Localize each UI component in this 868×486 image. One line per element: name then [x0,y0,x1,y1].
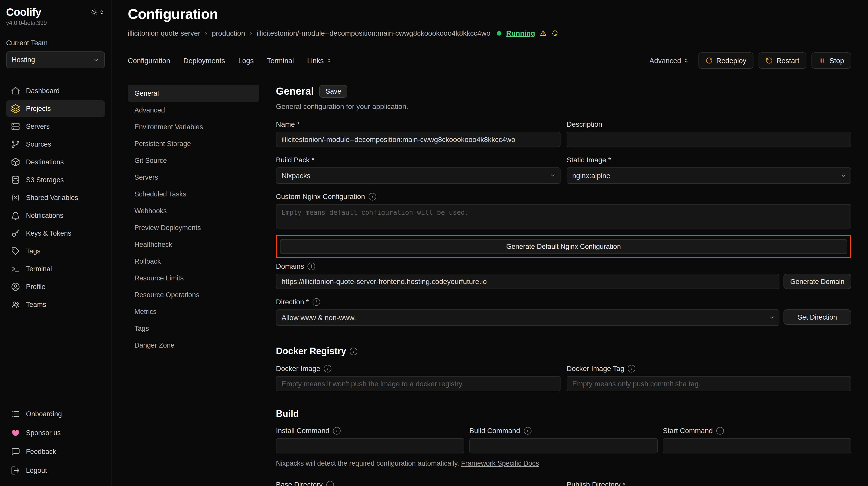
section-nav-servers[interactable]: Servers [128,169,259,186]
name-input[interactable] [276,132,560,147]
info-icon[interactable] [369,193,376,200]
theme-select[interactable] [91,9,105,16]
info-icon[interactable] [333,427,341,434]
start-command-input[interactable] [663,438,851,453]
sidebar: Coolify v4.0.0-beta.399 Current Team Hos… [0,0,112,486]
tab-terminal[interactable]: Terminal [267,57,294,65]
logout-icon [11,466,20,475]
sidebar-item-teams[interactable]: Teams [6,296,105,313]
redeploy-button[interactable]: Redeploy [699,53,753,69]
sidebar-item-keys-tokens[interactable]: Keys & Tokens [6,225,105,242]
section-nav-danger-zone[interactable]: Danger Zone [128,337,259,354]
static-image-field-group: Static Image * nginx:alpine [567,156,851,184]
warning-icon[interactable] [540,30,547,37]
info-icon[interactable] [524,427,531,434]
docker-image-field-group: Docker Image [276,364,560,391]
section-nav-webhooks[interactable]: Webhooks [128,202,259,219]
section-nav-preview-deployments[interactable]: Preview Deployments [128,219,259,236]
info-icon[interactable] [326,481,334,486]
section-nav-environment-variables[interactable]: Environment Variables [128,119,259,135]
sidebar-item-s3-storages[interactable]: S3 Storages [6,171,105,188]
description-field-group: Description [567,120,851,147]
sidebar-item-projects[interactable]: Projects [6,100,105,117]
section-nav-rollback[interactable]: Rollback [128,253,259,270]
refresh-icon[interactable] [551,30,558,37]
domains-input[interactable] [276,274,779,289]
build-pack-select[interactable]: Nixpacks [276,167,560,184]
docker-image-input[interactable] [276,376,560,391]
description-input[interactable] [567,132,851,147]
team-select-value: Hosting [12,56,35,64]
build-command-label: Build Command [469,426,520,434]
section-nav-general[interactable]: General [128,85,259,102]
static-image-label: Static Image * [567,156,611,164]
name-field-group: Name * [276,120,560,147]
section-nav-scheduled-tasks[interactable]: Scheduled Tasks [128,186,259,202]
section-nav-git-source[interactable]: Git Source [128,152,259,169]
tab-configuration[interactable]: Configuration [128,57,170,65]
sidebar-item-servers[interactable]: Servers [6,118,105,135]
section-nav-advanced[interactable]: Advanced [128,102,259,119]
build-pack-label: Build Pack * [276,156,314,164]
info-icon[interactable] [628,365,636,372]
current-team-label: Current Team [6,39,105,47]
section-nav-resource-limits[interactable]: Resource Limits [128,270,259,287]
framework-docs-link[interactable]: Framework Specific Docs [461,459,539,467]
sidebar-item-sponsor[interactable]: Sponsor us [6,424,105,441]
info-icon[interactable] [312,298,320,305]
section-nav-healthcheck[interactable]: Healthcheck [128,236,259,253]
breadcrumb-application[interactable]: illicitestonion/-module--decomposition:m… [256,29,490,37]
tab-deployments[interactable]: Deployments [184,57,225,65]
sidebar-item-logout[interactable]: Logout [6,462,105,479]
base-directory-label: Base Directory [276,480,323,486]
sidebar-item-sources[interactable]: Sources [6,136,105,153]
section-nav-metrics[interactable]: Metrics [128,303,259,320]
chevron-down-icon [840,172,847,179]
sidebar-item-dashboard[interactable]: Dashboard [6,83,105,99]
tab-logs[interactable]: Logs [238,57,254,65]
sidebar-item-feedback[interactable]: Feedback [6,443,105,460]
set-direction-button[interactable]: Set Direction [783,310,851,325]
install-command-label: Install Command [276,426,330,434]
sidebar-item-profile[interactable]: Profile [6,279,105,295]
main-content: Configuration illicitonion quote server … [112,0,868,486]
custom-nginx-textarea[interactable] [276,204,851,228]
docker-image-tag-input[interactable] [567,376,851,391]
info-icon[interactable] [716,427,724,434]
sidebar-item-tags[interactable]: Tags [6,243,105,260]
sidebar-item-notifications[interactable]: Notifications [6,207,105,224]
section-nav-resource-operations[interactable]: Resource Operations [128,287,259,303]
breadcrumb-project[interactable]: illicitonion quote server [128,29,200,37]
restart-button[interactable]: Restart [758,53,806,69]
sidebar-footer-nav: Onboarding Sponsor us Feedback Logout [6,406,105,479]
install-command-input[interactable] [276,438,464,453]
direction-select[interactable]: Allow www & non-www. [276,310,779,326]
status-link[interactable]: Running [506,29,535,37]
sidebar-item-destinations[interactable]: Destinations [6,154,105,170]
info-icon[interactable] [324,365,332,372]
direction-field-group: Direction * Allow www & non-www. Set Dir… [276,298,851,326]
sidebar-item-shared-variables[interactable]: Shared Variables [6,189,105,206]
generate-domain-button[interactable]: Generate Domain [783,274,851,289]
static-image-select[interactable]: nginx:alpine [567,167,851,184]
info-icon[interactable] [308,262,315,270]
content-area: General Advanced Environment Variables P… [128,85,851,486]
heart-icon [11,428,20,438]
generate-nginx-button[interactable]: Generate Default Nginx Configuration [280,239,847,254]
sidebar-item-terminal[interactable]: Terminal [6,261,105,277]
build-command-input[interactable] [469,438,658,453]
tab-links[interactable]: Links [307,57,332,65]
stop-button[interactable]: Stop [811,53,851,69]
key-icon [11,228,20,238]
section-nav-persistent-storage[interactable]: Persistent Storage [128,135,259,152]
sidebar-item-onboarding[interactable]: Onboarding [6,406,105,422]
advanced-select[interactable]: Advanced [649,57,689,65]
breadcrumb-separator: › [250,29,252,37]
build-heading-row: Build [276,409,851,419]
info-icon[interactable] [350,348,358,355]
users-icon [11,300,20,310]
save-button[interactable]: Save [319,85,347,98]
team-select[interactable]: Hosting [6,52,105,68]
breadcrumb-environment[interactable]: production [212,29,245,37]
section-nav-tags[interactable]: Tags [128,320,259,337]
